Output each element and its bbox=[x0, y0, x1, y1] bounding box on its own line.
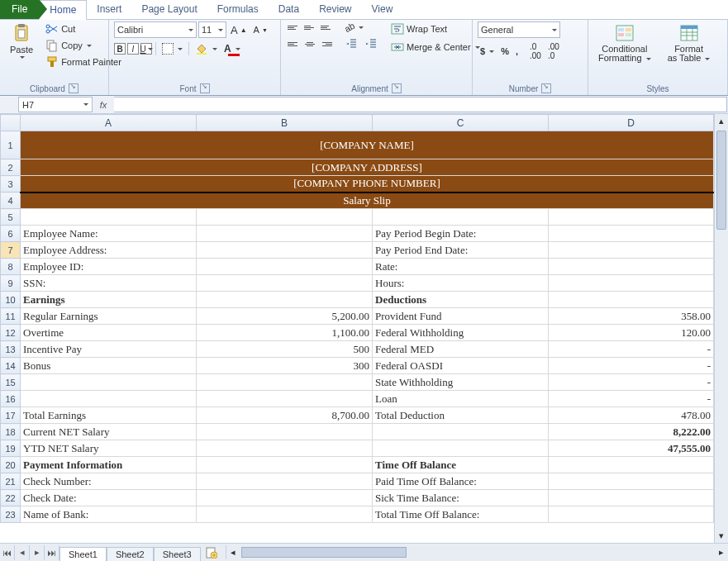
horizontal-scroll-thumb[interactable] bbox=[241, 547, 407, 558]
column-header-D[interactable]: D bbox=[549, 115, 714, 131]
cell-C13[interactable]: Federal MED bbox=[373, 341, 549, 358]
cell-D14[interactable]: - bbox=[549, 358, 714, 374]
decrease-indent-button[interactable] bbox=[342, 36, 360, 51]
cell-D17[interactable]: 478.00 bbox=[549, 407, 714, 424]
cell-C20[interactable]: Time Off Balance bbox=[373, 457, 549, 473]
cell-D21[interactable] bbox=[549, 473, 714, 490]
cell-C23[interactable]: Total Time Off Balance: bbox=[373, 506, 549, 523]
scroll-left-button[interactable]: ◂ bbox=[226, 545, 240, 559]
row-header-4[interactable]: 4 bbox=[1, 193, 21, 209]
tab-insert[interactable]: Insert bbox=[87, 0, 131, 19]
name-box[interactable]: H7 bbox=[18, 97, 93, 112]
row-header-12[interactable]: 12 bbox=[1, 325, 21, 341]
clipboard-dialog-launcher[interactable] bbox=[69, 83, 79, 93]
decrease-decimal-button[interactable]: .00.0 bbox=[545, 41, 562, 61]
align-bottom-button[interactable] bbox=[319, 21, 334, 33]
cell-C10[interactable]: Deductions bbox=[373, 292, 549, 308]
row-header-17[interactable]: 17 bbox=[1, 407, 21, 424]
horizontal-scrollbar[interactable]: ◂ ▸ bbox=[226, 545, 728, 559]
row-header-18[interactable]: 18 bbox=[1, 424, 21, 440]
alignment-dialog-launcher[interactable] bbox=[392, 83, 402, 93]
cell-B19[interactable] bbox=[197, 440, 373, 457]
percent-button[interactable]: % bbox=[498, 45, 512, 57]
scroll-down-button[interactable]: ▾ bbox=[715, 529, 728, 543]
cell-A11[interactable]: Regular Earnings bbox=[21, 308, 197, 325]
cell-A17[interactable]: Total Earnings bbox=[21, 407, 197, 424]
cell-B21[interactable] bbox=[197, 473, 373, 490]
cell-C18[interactable] bbox=[373, 424, 549, 440]
tab-formulas[interactable]: Formulas bbox=[207, 0, 269, 19]
cell-D19[interactable]: 47,555.00 bbox=[549, 440, 714, 457]
row-header-8[interactable]: 8 bbox=[1, 259, 21, 275]
row-header-22[interactable]: 22 bbox=[1, 490, 21, 506]
tab-review[interactable]: Review bbox=[309, 0, 361, 19]
font-dialog-launcher[interactable] bbox=[200, 83, 210, 93]
cell-B20[interactable] bbox=[197, 457, 373, 473]
cell-D15[interactable]: - bbox=[549, 374, 714, 391]
cell-A9[interactable]: SSN: bbox=[21, 275, 197, 292]
cell-C5[interactable] bbox=[373, 209, 549, 226]
font-size-combo[interactable]: 11 bbox=[198, 21, 226, 38]
cell-B12[interactable]: 1,100.00 bbox=[197, 325, 373, 341]
row-header-15[interactable]: 15 bbox=[1, 374, 21, 391]
cell-C22[interactable]: Sick Time Balance: bbox=[373, 490, 549, 506]
row-header-6[interactable]: 6 bbox=[1, 226, 21, 242]
tab-page-layout[interactable]: Page Layout bbox=[131, 0, 207, 19]
row-header-10[interactable]: 10 bbox=[1, 292, 21, 308]
cell-D13[interactable]: - bbox=[549, 341, 714, 358]
row-header-11[interactable]: 11 bbox=[1, 308, 21, 325]
cell-A12[interactable]: Overtime bbox=[21, 325, 197, 341]
row-header-23[interactable]: 23 bbox=[1, 506, 21, 523]
merge-center-button[interactable]: Merge & Center bbox=[388, 40, 483, 55]
borders-button[interactable] bbox=[159, 42, 185, 55]
decrease-font-button[interactable]: A▼ bbox=[251, 24, 270, 36]
cell-D22[interactable] bbox=[549, 490, 714, 506]
sheet-nav-first[interactable]: ⏮ bbox=[0, 545, 15, 560]
cell-B13[interactable]: 500 bbox=[197, 341, 373, 358]
row-header-16[interactable]: 16 bbox=[1, 391, 21, 407]
align-left-button[interactable] bbox=[286, 38, 301, 50]
cell-B15[interactable] bbox=[197, 374, 373, 391]
cell-4-merged[interactable]: Salary Slip bbox=[21, 193, 714, 209]
cell-D5[interactable] bbox=[549, 209, 714, 226]
cell-C8[interactable]: Rate: bbox=[373, 259, 549, 275]
sheet-nav-next[interactable]: ▸ bbox=[30, 545, 45, 560]
cell-A14[interactable]: Bonus bbox=[21, 358, 197, 374]
cell-3-merged[interactable]: [COMPANY PHONE NUMBER] bbox=[21, 176, 714, 193]
increase-indent-button[interactable] bbox=[362, 36, 380, 51]
cell-A10[interactable]: Earnings bbox=[21, 292, 197, 308]
cell-B9[interactable] bbox=[197, 275, 373, 292]
cell-D8[interactable] bbox=[549, 259, 714, 275]
cell-A23[interactable]: Name of Bank: bbox=[21, 506, 197, 523]
paste-button[interactable]: Paste bbox=[5, 21, 38, 60]
increase-font-button[interactable]: A▲ bbox=[228, 23, 250, 37]
cell-B5[interactable] bbox=[197, 209, 373, 226]
fill-color-button[interactable] bbox=[193, 41, 220, 56]
underline-button[interactable]: U bbox=[140, 43, 152, 55]
sheet-tab-sheet3[interactable]: Sheet3 bbox=[154, 547, 201, 561]
cell-B10[interactable] bbox=[197, 292, 373, 308]
row-header-5[interactable]: 5 bbox=[1, 209, 21, 226]
cell-D6[interactable] bbox=[549, 226, 714, 242]
wrap-text-button[interactable]: Wrap Text bbox=[388, 21, 483, 36]
cell-C17[interactable]: Total Deduction bbox=[373, 407, 549, 424]
tab-view[interactable]: View bbox=[362, 0, 403, 19]
cell-A19[interactable]: YTD NET Salary bbox=[21, 440, 197, 457]
cell-C14[interactable]: Federal OASDI bbox=[373, 358, 549, 374]
column-header-A[interactable]: A bbox=[21, 115, 197, 131]
vertical-scroll-thumb[interactable] bbox=[716, 131, 726, 230]
cell-A16[interactable] bbox=[21, 391, 197, 407]
align-middle-button[interactable] bbox=[302, 21, 317, 33]
column-header-C[interactable]: C bbox=[373, 115, 549, 131]
cell-C7[interactable]: Pay Period End Date: bbox=[373, 242, 549, 259]
cell-D10[interactable] bbox=[549, 292, 714, 308]
cell-A21[interactable]: Check Number: bbox=[21, 473, 197, 490]
cell-A6[interactable]: Employee Name: bbox=[21, 226, 197, 242]
number-format-combo[interactable]: General bbox=[478, 21, 560, 38]
cell-D12[interactable]: 120.00 bbox=[549, 325, 714, 341]
sheet-nav-prev[interactable]: ◂ bbox=[15, 545, 30, 560]
row-header-20[interactable]: 20 bbox=[1, 457, 21, 473]
new-sheet-button[interactable] bbox=[204, 546, 219, 559]
row-header-2[interactable]: 2 bbox=[1, 159, 21, 176]
font-name-combo[interactable]: Calibri bbox=[114, 21, 197, 38]
